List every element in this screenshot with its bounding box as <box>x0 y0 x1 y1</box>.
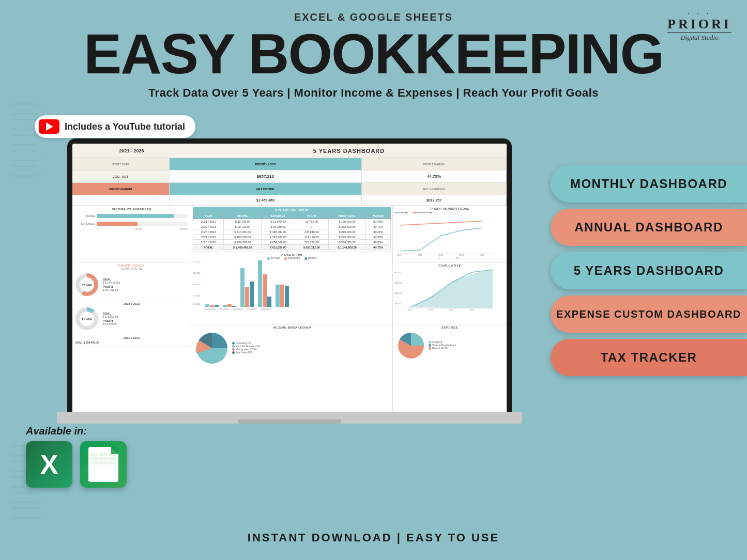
profit-margin-top-label: PROFIT MARGIN <box>423 163 446 166</box>
five-year-overview-title: 5 YEARS OVERVIEW <box>193 207 391 213</box>
monthly-dashboard-button[interactable]: MONTHLY DASHBOARD <box>551 165 747 203</box>
net-income-label: NET INCOME <box>256 188 275 191</box>
svg-text:200,000: 200,000 <box>394 302 402 305</box>
net-income-value: $1,469,469 <box>256 198 275 202</box>
svg-text:800,000: 800,000 <box>394 271 402 274</box>
svg-text:2023: 2023 <box>438 254 444 256</box>
global-goal-value: $ 1,144,400.00 <box>103 281 120 284</box>
five-year-overview-table: YEAR INCOME EXPENSES PROFIT PROFIT GOAL … <box>193 213 391 250</box>
svg-text:400,000: 400,000 <box>394 292 402 294</box>
profit-vs-goal-chart: 2021 2022 2023 2024 2025 <box>394 215 498 256</box>
logo-subtitle: Digital Studio <box>667 34 731 42</box>
expense-breakdown-pie <box>395 330 426 361</box>
annual-dashboard-button[interactable]: ANNUAL DASHBOARD <box>551 209 747 246</box>
svg-text:2023: 2023 <box>449 308 454 311</box>
svg-text:2022: 2022 <box>418 254 423 256</box>
net-expenses-label: NET EXPENSES <box>423 188 445 191</box>
svg-text:2024: 2024 <box>459 254 464 256</box>
cashflow-bar-group-2 <box>223 304 236 307</box>
income-expenses-chart-title: INCOME vs EXPENSES <box>74 208 189 211</box>
income-breakdown-legend: Consulting 7% YouTube Adsense 7.2% Shopi… <box>232 342 261 354</box>
laptop-screen-outer: 2021 - 2026 5 YEARS DASHBOARD START DATE… <box>67 138 512 412</box>
ss-period: 2021 - 2026 <box>72 146 191 155</box>
cf-legend-expenses: EXPENSES <box>288 257 300 260</box>
main-title: EASY BOOKKEEPING <box>0 25 747 82</box>
ss-dashboard-title: 5 YEARS DASHBOARD <box>191 148 507 154</box>
svg-text:2022: 2022 <box>428 308 433 311</box>
tagline: Track Data Over 5 Years | Monitor Income… <box>0 86 747 100</box>
svg-text:2021: 2021 <box>407 308 413 311</box>
table-row: 2023 / 2024$ 414,435.00$ 188,789.00245,6… <box>193 229 391 235</box>
start-year: 2021 <box>113 175 119 178</box>
svg-text:600,000: 600,000 <box>394 282 402 284</box>
income-bar-label: INCOME <box>75 214 95 217</box>
laptop-base <box>57 412 522 424</box>
chevron-decoration-left <box>10 103 41 177</box>
profit-vs-goal-title: PROFIT vs PROFIT GOAL <box>394 207 505 210</box>
google-sheets-icon <box>80 441 127 488</box>
logo-divider <box>667 32 731 33</box>
profit-margin-label: PROFIT MARGIN <box>109 188 132 191</box>
expense-breakdown-legend: Shopping Video editing hardware Restock … <box>429 341 456 350</box>
cashflow-bar-group-5 <box>276 285 289 307</box>
cumulative-chart: 800,000 600,000 400,000 200,000 2021 202… <box>394 267 498 314</box>
year1-donut-chart: 11.46% <box>74 306 100 332</box>
laptop-screen: 2021 - 2026 5 YEARS DASHBOARD START DATE… <box>72 144 507 412</box>
cashflow-bar-group-3 <box>240 268 254 307</box>
table-row: 2025 / 2026$ 234,789.00$ 234,567.00223,2… <box>193 240 391 245</box>
brand-logo: · · · PRIORI Digital Studio <box>667 9 731 42</box>
youtube-icon <box>39 119 59 134</box>
page-header: EXCEL & GOOGLE SHEETS EASY BOOKKEEPING T… <box>0 0 747 138</box>
logo-name: PRIORI <box>667 18 731 31</box>
global-donut-chart: 57.43% <box>74 272 100 298</box>
net-expenses-value: $812,257 <box>426 198 441 202</box>
youtube-badge-text: Includes a YouTube tutorial <box>65 121 185 132</box>
available-in-label: Available in: <box>26 425 127 437</box>
year2-label: 2022 / 2023 <box>74 336 189 339</box>
year1-profit-value: $ 13,754.00 <box>103 322 118 325</box>
table-row: 2021 / 2022$ 25,733.00$ 11,979.0013,754.… <box>193 219 391 224</box>
table-row: 2022 / 2023$ 18,723.00$ 31,258.000$ 258,… <box>193 224 391 229</box>
youtube-badge: Includes a YouTube tutorial <box>35 115 195 138</box>
excel-icon: X <box>26 441 72 488</box>
start-month: OCT <box>122 175 129 178</box>
expenses-bar-label: EXPENSES <box>75 222 95 225</box>
dashboard-buttons-panel: MONTHLY DASHBOARD ANNUAL DASHBOARD 5 YEA… <box>551 165 747 376</box>
profit-goals-subtitle: GLOBAL 5 YEARS <box>74 267 189 270</box>
year1-goal-value: $ 120,000.00 <box>103 315 118 318</box>
laptop-mockup: 2021 - 2026 5 YEARS DASHBOARD START DATE… <box>67 138 517 424</box>
svg-text:2024: 2024 <box>469 308 475 311</box>
cf-legend-profit: PROFIT <box>308 257 317 260</box>
profit-margin-value: 44.72% <box>427 174 441 179</box>
cashflow-bar-group-4 <box>258 260 271 307</box>
five-years-dashboard-button[interactable]: 5 YEARS DASHBOARD <box>551 252 747 289</box>
svg-text:57.43%: 57.43% <box>82 284 93 287</box>
start-date-label: START DATE <box>112 163 129 166</box>
available-in-section: Available in: X <box>26 425 127 488</box>
table-row-total: TOTAL$ 1,469,469.00$ 812,257.00$ 657,212… <box>193 245 391 250</box>
svg-text:11.46%: 11.46% <box>82 318 93 321</box>
tax-tracker-button[interactable]: TAX TRACKER <box>551 339 747 376</box>
expense-custom-dashboard-button[interactable]: EXPENSE CUSTOM DASHBOARD <box>551 295 747 333</box>
cashflow-title: CASH FLOW <box>193 254 391 257</box>
year2-goal: GOAL: $ 259,400.00 <box>74 340 189 345</box>
play-triangle <box>46 122 53 131</box>
table-row: 2024 / 2025$ 496,788.00$ 345,666.00111,1… <box>193 235 391 240</box>
cf-legend-income: INCOME <box>271 257 280 260</box>
svg-text:2025: 2025 <box>480 254 485 256</box>
profit-loss-label: PROFIT / LOSS <box>255 163 276 166</box>
cashflow-bar-group-1 <box>205 304 219 307</box>
global-profit-value: $ 657,212.00 <box>103 288 120 291</box>
year1-label: 2021 / 2022 <box>74 302 189 305</box>
profit-loss-value: $657,212 <box>257 174 274 179</box>
income-breakdown-pie <box>194 330 230 366</box>
app-icons: X <box>26 441 127 488</box>
svg-text:2021: 2021 <box>397 254 402 256</box>
spreadsheet-preview: 2021 - 2026 5 YEARS DASHBOARD START DATE… <box>72 144 507 412</box>
footer-text: INSTANT DOWNLOAD | EASY TO USE <box>0 531 747 545</box>
